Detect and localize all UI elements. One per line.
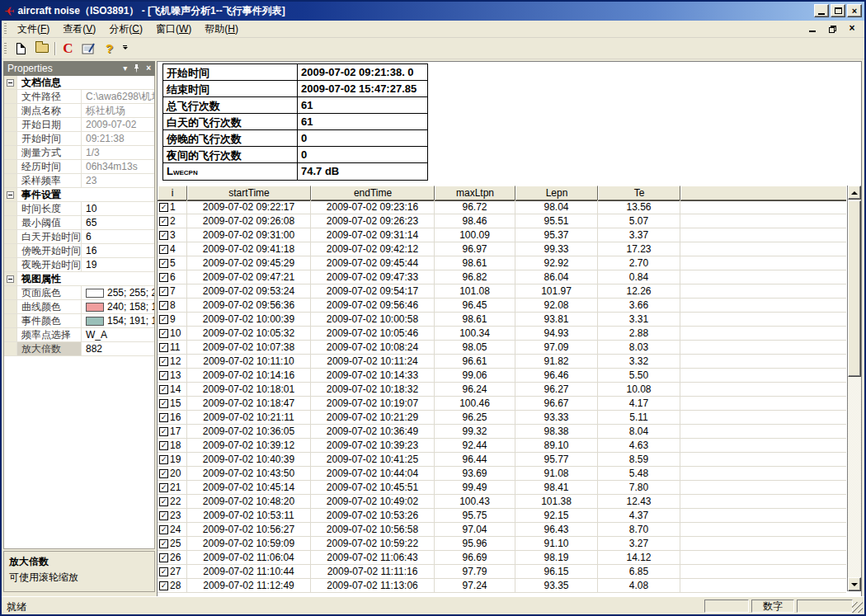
new-document-button[interactable]	[12, 40, 31, 58]
table-row[interactable]: ✓182009-07-02 10:39:122009-07-02 10:39:2…	[158, 439, 847, 453]
column-header-endTime[interactable]: endTime	[311, 186, 435, 200]
mdi-minimize-button[interactable]	[807, 23, 818, 34]
collapse-minus-icon[interactable]	[7, 79, 14, 87]
menu-item-c[interactable]: 分析(C)	[102, 21, 149, 38]
row-checkbox[interactable]: ✓	[159, 399, 168, 408]
collapse-minus-icon[interactable]	[7, 275, 14, 283]
table-row[interactable]: ✓112009-07-02 10:07:382009-07-02 10:08:2…	[158, 341, 847, 355]
menu-grip[interactable]	[4, 23, 7, 35]
row-checkbox[interactable]: ✓	[159, 203, 168, 212]
table-row[interactable]: ✓242009-07-02 10:56:272009-07-02 10:56:5…	[158, 523, 847, 537]
row-checkbox[interactable]: ✓	[159, 301, 168, 310]
row-checkbox[interactable]: ✓	[159, 525, 168, 534]
mdi-close-button[interactable]: ×	[846, 23, 858, 34]
table-row[interactable]: ✓262009-07-02 11:06:042009-07-02 11:06:4…	[158, 551, 847, 565]
column-header-startTime[interactable]: startTime	[187, 186, 311, 200]
row-checkbox[interactable]: ✓	[159, 259, 168, 268]
calibration-button[interactable]: C	[59, 40, 78, 58]
property-row[interactable]: 白天开始时间6	[4, 230, 154, 244]
property-section-header[interactable]: 视图属性	[4, 272, 154, 286]
row-checkbox[interactable]: ✓	[159, 497, 168, 506]
row-checkbox[interactable]: ✓	[159, 217, 168, 226]
property-row[interactable]: 页面底色255; 255; 25	[4, 286, 154, 300]
property-row[interactable]: 开始时间09:21:38	[4, 132, 154, 146]
property-row[interactable]: 频率点选择W_A	[4, 328, 154, 342]
properties-button[interactable]	[79, 40, 98, 58]
column-header-i[interactable]: i	[158, 186, 187, 200]
row-checkbox[interactable]: ✓	[159, 553, 168, 562]
panel-dropdown-button[interactable]: ▾	[123, 64, 127, 73]
table-row[interactable]: ✓102009-07-02 10:05:322009-07-02 10:05:4…	[158, 327, 847, 341]
property-row[interactable]: 文件路径C:\awa6298\机场	[4, 90, 154, 104]
row-checkbox[interactable]: ✓	[159, 413, 168, 422]
table-row[interactable]: ✓72009-07-02 09:53:242009-07-02 09:54:17…	[158, 284, 847, 299]
table-row[interactable]: ✓92009-07-02 10:00:392009-07-02 10:00:58…	[158, 313, 847, 327]
collapse-minus-icon[interactable]	[7, 191, 14, 199]
table-row[interactable]: ✓82009-07-02 09:56:362009-07-02 09:56:46…	[158, 299, 847, 313]
row-checkbox[interactable]: ✓	[159, 455, 168, 464]
menu-item-v[interactable]: 查看(V)	[56, 21, 102, 38]
table-row[interactable]: ✓12009-07-02 09:22:172009-07-02 09:23:16…	[158, 200, 847, 214]
row-checkbox[interactable]: ✓	[159, 245, 168, 254]
minimize-button[interactable]	[814, 4, 829, 17]
property-row[interactable]: 最小阈值65	[4, 216, 154, 230]
property-row[interactable]: 测量方式1/3	[4, 146, 154, 160]
row-checkbox[interactable]: ✓	[159, 483, 168, 492]
row-checkbox[interactable]: ✓	[159, 385, 168, 394]
toolbar-overflow-button[interactable]	[121, 41, 129, 56]
vertical-scrollbar[interactable]	[847, 186, 861, 591]
column-header-Lepn[interactable]: Lepn	[515, 186, 598, 200]
table-row[interactable]: ✓132009-07-02 10:14:162009-07-02 10:14:3…	[158, 369, 847, 383]
toolbar-grip[interactable]	[4, 43, 7, 54]
row-checkbox[interactable]: ✓	[159, 581, 168, 590]
table-row[interactable]: ✓212009-07-02 10:45:142009-07-02 10:45:5…	[158, 481, 847, 495]
table-row[interactable]: ✓152009-07-02 10:18:472009-07-02 10:19:0…	[158, 397, 847, 411]
row-checkbox[interactable]: ✓	[159, 287, 168, 296]
property-row[interactable]: 事件颜色154; 191; 18	[4, 314, 154, 328]
row-checkbox[interactable]: ✓	[159, 427, 168, 436]
row-checkbox[interactable]: ✓	[159, 329, 168, 338]
property-row[interactable]: 傍晚开始时间16	[4, 244, 154, 258]
table-row[interactable]: ✓52009-07-02 09:45:292009-07-02 09:45:44…	[158, 256, 847, 270]
property-section-header[interactable]: 文档信息	[4, 76, 154, 90]
column-header-Te[interactable]: Te	[598, 186, 680, 200]
property-row[interactable]: 放大倍数882	[4, 342, 154, 356]
row-checkbox[interactable]: ✓	[159, 441, 168, 450]
table-row[interactable]: ✓252009-07-02 10:59:092009-07-02 10:59:2…	[158, 537, 847, 551]
row-checkbox[interactable]: ✓	[159, 357, 168, 366]
close-button[interactable]: ×	[847, 4, 862, 17]
help-button[interactable]: ?	[100, 40, 119, 58]
row-checkbox[interactable]: ✓	[159, 315, 168, 324]
row-checkbox[interactable]: ✓	[159, 567, 168, 576]
table-row[interactable]: ✓222009-07-02 10:48:202009-07-02 10:49:0…	[158, 495, 847, 509]
property-row[interactable]: 开始日期2009-07-02	[4, 118, 154, 132]
table-row[interactable]: ✓62009-07-02 09:47:212009-07-02 09:47:33…	[158, 270, 847, 284]
property-row[interactable]: 曲线颜色240; 158; 15	[4, 300, 154, 314]
table-row[interactable]: ✓272009-07-02 11:10:442009-07-02 11:11:1…	[158, 565, 847, 579]
table-row[interactable]: ✓282009-07-02 11:12:492009-07-02 11:13:0…	[158, 579, 847, 593]
table-row[interactable]: ✓142009-07-02 10:18:012009-07-02 10:18:3…	[158, 383, 847, 397]
row-checkbox[interactable]: ✓	[159, 511, 168, 520]
row-checkbox[interactable]: ✓	[159, 371, 168, 380]
scrollbar-thumb[interactable]	[848, 200, 861, 377]
table-row[interactable]: ✓202009-07-02 10:43:502009-07-02 10:44:0…	[158, 467, 847, 481]
mdi-restore-button[interactable]	[826, 23, 838, 34]
menu-item-w[interactable]: 窗口(W)	[149, 21, 198, 38]
property-row[interactable]: 测点名称栎社机场	[4, 104, 154, 118]
panel-pin-button[interactable]	[133, 64, 140, 73]
maximize-button[interactable]	[831, 4, 845, 17]
table-row[interactable]: ✓232009-07-02 10:53:112009-07-02 10:53:2…	[158, 509, 847, 523]
property-row[interactable]: 采样频率23	[4, 174, 154, 188]
scroll-up-button[interactable]	[848, 186, 861, 200]
property-row[interactable]: 经历时间06h34m13s	[4, 160, 154, 174]
row-checkbox[interactable]: ✓	[159, 343, 168, 352]
menu-item-f[interactable]: 文件(F)	[11, 21, 56, 38]
column-header-filler[interactable]	[680, 186, 846, 200]
table-row[interactable]: ✓192009-07-02 10:40:392009-07-02 10:41:2…	[158, 453, 847, 467]
open-file-button[interactable]	[32, 40, 51, 58]
property-row[interactable]: 时间长度10	[4, 202, 154, 216]
row-checkbox[interactable]: ✓	[159, 273, 168, 282]
table-row[interactable]: ✓172009-07-02 10:36:052009-07-02 10:36:4…	[158, 425, 847, 439]
column-header-maxLtpn[interactable]: maxLtpn	[435, 186, 515, 200]
table-row[interactable]: ✓32009-07-02 09:31:002009-07-02 09:31:14…	[158, 228, 847, 242]
